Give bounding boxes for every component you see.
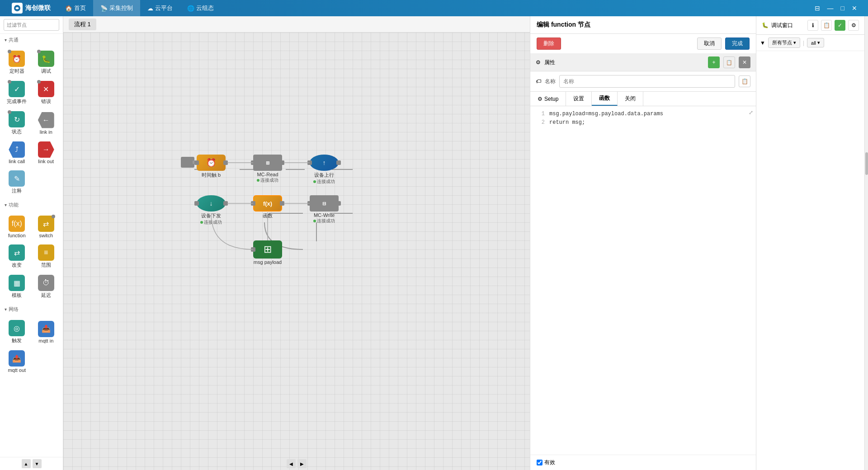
canvas-node-mc-write[interactable]: ⊟ MC-Write 连接成功 xyxy=(310,195,339,224)
section-network-title[interactable]: 网络 xyxy=(0,303,63,315)
cancel-button[interactable]: 取消 xyxy=(697,38,722,50)
debug-gear-btn[interactable]: ⚙ xyxy=(848,20,859,31)
filter-all-btn[interactable]: all ▾ xyxy=(807,38,824,47)
tab-close-label: 关闭 xyxy=(625,95,636,103)
scroll-up-btn[interactable]: ▲ xyxy=(22,459,31,468)
node-change[interactable]: ⇄ 改变 xyxy=(3,242,31,271)
main-layout: 共通 ⏰ 定时器 🐛 调试 xyxy=(0,16,868,470)
link-in-icon: ← xyxy=(38,112,54,128)
nav-home[interactable]: 🏠 首页 xyxy=(58,0,93,16)
link-call-icon: ⤴ xyxy=(9,141,25,158)
node-mqtt-in[interactable]: 📥 mqtt in xyxy=(32,317,61,347)
delete-button[interactable]: 删除 xyxy=(537,38,561,50)
scroll-down-btn[interactable]: ▼ xyxy=(33,459,42,468)
connections-svg xyxy=(63,33,530,470)
device-up-label: 设备上行 xyxy=(314,172,334,179)
filter-all-nodes-btn[interactable]: 所有节点 ▾ xyxy=(768,38,800,48)
nav-settings-icon[interactable]: ⊟ xyxy=(813,3,822,14)
canvas-node-mc-read[interactable]: ⊞ MC-Read 连接成功 xyxy=(253,155,282,183)
debug-icon-buttons: ℹ 📋 ✓ ⚙ xyxy=(807,20,859,31)
prop-copy-btn[interactable]: 📋 xyxy=(723,56,735,68)
nav-right-controls: ⊟ — □ ✕ xyxy=(813,3,863,14)
node-status[interactable]: ↻ 状态 xyxy=(3,108,31,138)
link-in-label: link in xyxy=(40,129,52,135)
node-comment[interactable]: ✎ 注释 xyxy=(3,168,31,197)
comment-label: 注释 xyxy=(12,188,22,194)
link-out-label: link out xyxy=(38,159,54,164)
flow-connections xyxy=(63,33,530,470)
section-function-title[interactable]: 功能 xyxy=(0,199,63,211)
error-icon: ✕ xyxy=(38,81,54,97)
tab-settings-label: 设置 xyxy=(573,95,584,103)
node-timer[interactable]: ⏰ 定时器 xyxy=(3,48,31,77)
section-function-nodes: f(x) function ⇄ switch ⇄ 改变 ≡ 范围 xyxy=(0,211,63,303)
prop-add-btn[interactable]: + xyxy=(708,56,720,68)
debug-check-btn[interactable]: ✓ xyxy=(835,20,845,31)
debug-copy-btn[interactable]: 📋 xyxy=(821,20,832,31)
comment-icon: ✎ xyxy=(9,170,25,187)
canvas-node-timer[interactable] xyxy=(181,157,194,168)
node-link-call[interactable]: ⤴ link call xyxy=(3,139,31,167)
section-common-title[interactable]: 共通 xyxy=(0,34,63,46)
code-editor[interactable]: 1 msg.payload=msg.payload.data.params 2 … xyxy=(530,106,756,455)
name-input[interactable] xyxy=(559,75,735,88)
node-delay[interactable]: ⏱ 延迟 xyxy=(32,272,61,301)
node-template[interactable]: ▦ 模板 xyxy=(3,272,31,301)
canvas-node-timer-main[interactable]: ⏰ 时间触 b xyxy=(197,155,226,179)
valid-checkbox[interactable] xyxy=(537,460,542,465)
code-line-2: 2 return msg; xyxy=(536,118,750,127)
error-dot-tl xyxy=(37,80,41,84)
nav-minimize-icon[interactable]: — xyxy=(826,3,835,14)
editor-footer: 有效 xyxy=(530,455,756,470)
range-label: 范围 xyxy=(41,262,51,268)
nav-collect[interactable]: 📡 采集控制 xyxy=(93,0,140,16)
flow-tab-label[interactable]: 流程 1 xyxy=(69,19,96,30)
error-label: 错误 xyxy=(41,98,51,105)
node-switch[interactable]: ⇄ switch xyxy=(32,213,61,241)
valid-checkbox-label[interactable]: 有效 xyxy=(537,459,555,466)
tab-function[interactable]: 函数 xyxy=(592,92,618,106)
scada-icon: 🌐 xyxy=(187,5,194,12)
sidebar-scroll-controls: ▲ ▼ xyxy=(0,457,63,470)
status-icon: ↻ xyxy=(9,111,25,127)
scrollbar-thumb[interactable] xyxy=(865,152,868,175)
node-complete[interactable]: ✓ 完成事件 xyxy=(3,78,31,108)
device-down-label: 设备下发 xyxy=(201,212,221,219)
tab-setup[interactable]: ⚙ Setup xyxy=(530,92,566,106)
tab-settings[interactable]: 设置 xyxy=(566,92,592,106)
nav-maximize-icon[interactable]: □ xyxy=(839,3,846,14)
search-input[interactable] xyxy=(4,19,59,31)
node-link-out[interactable]: → link out xyxy=(32,139,61,167)
nav-scada[interactable]: 🌐 云组态 xyxy=(180,0,221,16)
top-navigation: 海创微联 🏠 首页 📡 采集控制 ☁ 云平台 🌐 云组态 ⊟ — □ ✕ xyxy=(0,0,868,16)
line-code-1: msg.payload=msg.payload.data.params xyxy=(549,110,663,118)
node-error[interactable]: ✕ 错误 xyxy=(32,78,61,108)
node-link-in[interactable]: ← link in xyxy=(32,108,61,138)
canvas-node-msg-payload[interactable]: ⊞ msg payload xyxy=(253,240,282,265)
canvas-scroll-right[interactable]: ▶ xyxy=(297,459,307,468)
nav-cloud[interactable]: ☁ 云平台 xyxy=(140,0,180,16)
node-range[interactable]: ≡ 范围 xyxy=(32,242,61,271)
complete-dot-tl xyxy=(8,80,11,84)
right-scrollbar[interactable] xyxy=(864,16,868,470)
canvas-header: 流程 1 xyxy=(63,16,530,33)
change-icon: ⇄ xyxy=(9,244,25,261)
nav-close-icon[interactable]: ✕ xyxy=(850,3,859,14)
node-trigger[interactable]: ◎ 触发 xyxy=(3,317,31,347)
canvas-node-device-up[interactable]: ↑ 设备上行 连接成功 xyxy=(310,155,339,185)
node-function[interactable]: f(x) function xyxy=(3,213,31,241)
link-call-label: link call xyxy=(9,159,25,164)
tab-close[interactable]: 关闭 xyxy=(618,92,643,106)
mc-read-label: MC-Read xyxy=(257,172,278,177)
node-mqtt-out[interactable]: 📤 mqtt out xyxy=(3,348,31,376)
node-debug[interactable]: 🐛 调试 xyxy=(32,48,61,77)
name-icon-btn[interactable]: 📋 xyxy=(739,75,750,87)
canvas-scroll-left[interactable]: ◀ xyxy=(287,459,296,468)
canvas-body[interactable]: ⏰ 时间触 b ⊞ MC-Read 连接成功 ↑ xyxy=(63,33,530,470)
canvas-node-device-down[interactable]: ↓ 设备下发 连接成功 xyxy=(197,195,226,226)
debug-info-btn[interactable]: ℹ xyxy=(807,20,818,31)
done-button[interactable]: 完成 xyxy=(725,38,750,50)
canvas-node-function[interactable]: f(x) 函数 xyxy=(253,195,282,219)
expand-code-btn[interactable]: ⤢ xyxy=(749,109,753,118)
prop-delete-btn[interactable]: ✕ xyxy=(739,56,750,68)
